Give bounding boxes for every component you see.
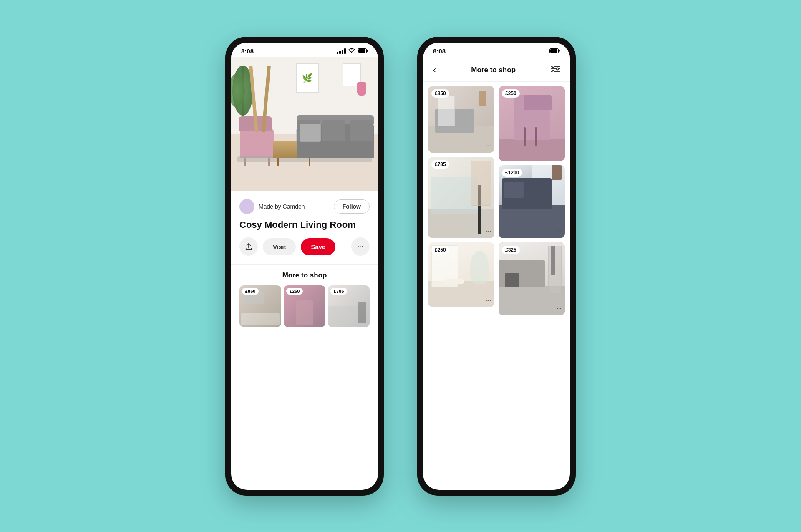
price-badge-2: £250 [286,288,303,295]
time-right: 8:08 [433,48,446,55]
svg-point-9 [552,71,554,73]
author-avatar [239,199,254,214]
status-icons-right [549,48,560,53]
price-3: £785 [431,160,449,169]
more-dots-icon: ··· [358,243,364,250]
pin-detail: Made by Camden Follow Cosy Modern Living… [231,191,378,263]
shop-col-1: £850 ··· [428,86,494,315]
save-button[interactable]: Save [301,238,335,255]
svg-point-8 [556,68,558,70]
shop-card-2[interactable]: £250 [499,86,565,161]
page-title: More to shop [471,66,516,74]
shop-preview-grid: £850 £250 £785 [239,285,370,327]
card-menu-6[interactable]: ··· [557,305,562,312]
card-menu-5[interactable]: ··· [486,297,491,304]
card-menu-1[interactable]: ··· [486,143,491,149]
status-bar-left: 8:08 [231,43,378,57]
author-info: Made by Camden [239,199,305,214]
shop-card-3[interactable]: £785 ··· [428,157,494,238]
svg-rect-1 [358,49,365,53]
more-button[interactable]: ··· [351,237,370,256]
wifi-icon [348,48,355,53]
shop-scroll[interactable]: £850 ··· [423,82,570,490]
price-badge-3: £785 [330,288,347,295]
status-icons-left [337,48,368,54]
shop-card-6[interactable]: £325 ··· [499,242,565,315]
more-to-shop-title: More to shop [239,271,370,280]
action-row: Visit Save ··· [239,237,370,256]
left-phone: 8:08 [225,37,384,496]
shop-masonry-grid: £850 ··· [428,86,565,315]
right-phone: 8:08 ‹ More to shop [417,37,576,496]
share-button[interactable] [239,237,258,256]
price-badge-1: £850 [242,288,259,295]
shop-card-1[interactable]: £850 ··· [428,86,494,153]
price-5: £250 [431,246,449,254]
room-scene: 🌿 [231,57,378,191]
pin-title: Cosy Modern Living Room [239,219,370,231]
svg-rect-3 [550,49,557,53]
share-icon [245,243,252,250]
filter-icon [551,66,560,72]
signal-icon [337,48,346,54]
svg-point-7 [552,66,554,68]
price-1: £850 [431,89,449,98]
price-6: £325 [502,246,520,254]
shop-col-2: £250 [499,86,565,315]
shop-item-1[interactable]: £850 [239,285,281,327]
hero-image: 🌿 [231,57,378,191]
battery-icon-right [549,48,560,53]
shop-item-3[interactable]: £785 [328,285,370,327]
card-menu-4[interactable]: ··· [557,228,562,235]
filter-button[interactable] [549,64,562,76]
right-header: ‹ More to shop [423,57,570,82]
author-name: Made by Camden [259,203,305,210]
follow-button[interactable]: Follow [334,199,370,214]
back-button[interactable]: ‹ [431,63,438,77]
shop-item-2[interactable]: £250 [284,285,325,327]
author-row: Made by Camden Follow [239,199,370,214]
time-left: 8:08 [241,48,254,55]
shop-card-5[interactable]: £250 ··· [428,242,494,307]
status-bar-right: 8:08 [423,43,570,57]
visit-button[interactable]: Visit [263,238,296,255]
right-screen: 8:08 ‹ More to shop [423,43,570,490]
battery-icon [358,48,368,53]
shop-card-4[interactable]: £1200 ··· [499,165,565,238]
price-2: £250 [502,89,520,98]
card-menu-3[interactable]: ··· [486,228,491,235]
back-icon: ‹ [433,65,436,75]
price-4: £1200 [502,169,522,177]
more-to-shop-section: More to shop £850 £250 [231,264,378,334]
